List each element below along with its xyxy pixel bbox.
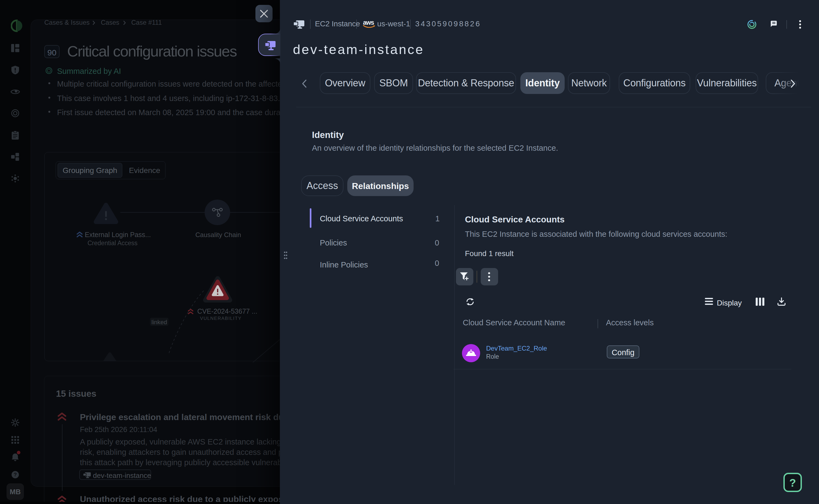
svg-text:?: ? bbox=[14, 472, 17, 477]
